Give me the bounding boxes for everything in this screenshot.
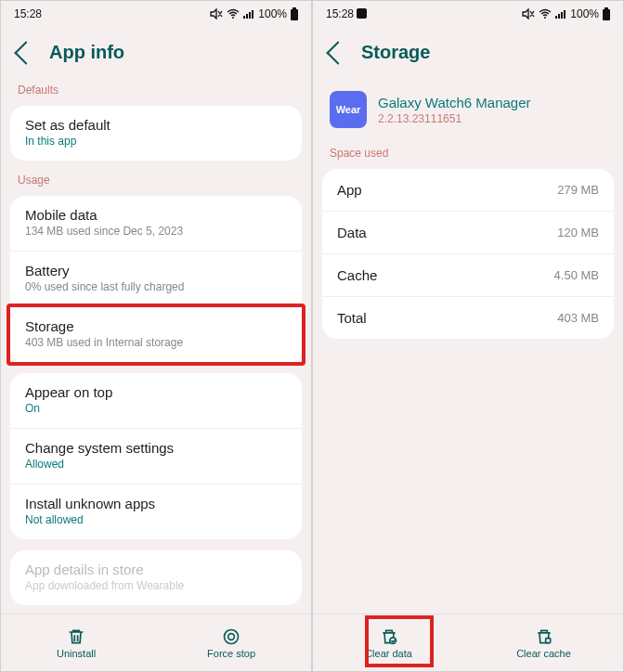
svg-rect-3 — [249, 12, 251, 19]
bottom-bar: Clear data Clear cache — [313, 614, 623, 671]
page-title: Storage — [361, 42, 430, 63]
section-usage: Usage — [1, 172, 311, 192]
storage-row[interactable]: Storage 403 MB used in Internal storage — [10, 307, 302, 362]
status-icons: 100% — [210, 7, 298, 20]
app-header: Wear Galaxy Watch6 Manager 2.2.13.231116… — [313, 82, 623, 145]
trash-icon — [67, 627, 85, 646]
svg-rect-12 — [558, 14, 560, 19]
clear-cache-icon — [535, 627, 553, 646]
app-version: 2.2.13.23111651 — [378, 112, 531, 125]
media-icon — [357, 8, 367, 19]
status-icons: 100% — [522, 7, 610, 20]
force-stop-button[interactable]: Force stop — [196, 622, 266, 665]
svg-rect-9 — [357, 8, 367, 19]
page-title: App info — [49, 42, 124, 63]
wifi-icon — [539, 8, 552, 19]
svg-point-7 — [225, 629, 239, 643]
storage-highlight: Storage 403 MB used in Internal storage — [6, 304, 306, 366]
svg-rect-11 — [555, 16, 557, 19]
bottom-bar: Uninstall Force stop — [1, 614, 311, 671]
status-bar: 15:28 100% — [1, 1, 311, 27]
cache-size-row: Cache 4.50 MB — [322, 254, 614, 297]
clear-data-button[interactable]: Clear data — [354, 622, 423, 665]
app-icon: Wear — [330, 91, 367, 128]
clear-cache-button[interactable]: Clear cache — [505, 622, 582, 665]
wifi-icon — [227, 8, 240, 19]
status-time: 15:28 — [14, 7, 42, 20]
svg-rect-5 — [292, 7, 296, 9]
app-size-row: App 279 MB — [322, 169, 614, 212]
header: Storage — [313, 27, 623, 82]
uninstall-button[interactable]: Uninstall — [46, 622, 107, 665]
space-used-card: App 279 MB Data 120 MB Cache 4.50 MB Tot… — [322, 169, 614, 339]
storage-screen: 15:28 100% Storage Wear Galaxy Watch6 Ma… — [312, 0, 624, 672]
battery-icon — [291, 7, 298, 20]
svg-point-0 — [232, 17, 234, 19]
battery-row[interactable]: Battery 0% used since last fully charged — [10, 252, 302, 307]
signal-icon — [555, 8, 566, 19]
svg-rect-18 — [545, 638, 550, 642]
svg-rect-1 — [243, 16, 245, 19]
battery-icon — [603, 7, 610, 20]
svg-point-10 — [544, 17, 546, 19]
battery-percent: 100% — [570, 7, 599, 20]
section-defaults: Defaults — [1, 82, 311, 102]
header: App info — [1, 27, 311, 82]
svg-point-8 — [228, 633, 235, 640]
back-icon[interactable] — [14, 41, 37, 64]
data-size-row: Data 120 MB — [322, 212, 614, 254]
permissions-card: Appear on top On Change system settings … — [10, 373, 302, 539]
svg-rect-16 — [603, 9, 610, 20]
app-name[interactable]: Galaxy Watch6 Manager — [378, 95, 531, 110]
svg-rect-2 — [246, 14, 248, 19]
section-space-used: Space used — [313, 145, 623, 165]
install-unknown-row[interactable]: Install unknown apps Not allowed — [10, 485, 302, 539]
app-details-store-row: App details in store App downloaded from… — [10, 550, 302, 605]
mobile-data-row[interactable]: Mobile data 134 MB used since Dec 5, 202… — [10, 196, 302, 252]
appear-on-top-row[interactable]: Appear on top On — [10, 373, 302, 429]
mute-icon — [210, 8, 223, 19]
back-icon[interactable] — [326, 41, 349, 64]
total-size-row: Total 403 MB — [322, 297, 614, 339]
status-time: 15:28 — [326, 7, 367, 20]
app-info-screen: 15:28 100% App info Defaults Set as defa… — [0, 0, 312, 672]
store-card: App details in store App downloaded from… — [10, 550, 302, 605]
usage-card: Mobile data 134 MB used since Dec 5, 202… — [10, 196, 302, 366]
mute-icon — [522, 8, 535, 19]
svg-rect-15 — [604, 7, 608, 9]
svg-rect-4 — [252, 10, 254, 19]
status-bar: 15:28 100% — [313, 1, 623, 27]
stop-icon — [222, 627, 240, 646]
signal-icon — [243, 8, 254, 19]
svg-rect-6 — [291, 9, 298, 20]
set-default-row[interactable]: Set as default In this app — [10, 106, 302, 161]
clear-data-icon — [380, 627, 398, 646]
defaults-card: Set as default In this app — [10, 106, 302, 161]
svg-rect-13 — [561, 12, 563, 19]
battery-percent: 100% — [258, 7, 287, 20]
change-settings-row[interactable]: Change system settings Allowed — [10, 429, 302, 485]
svg-rect-14 — [564, 10, 566, 19]
